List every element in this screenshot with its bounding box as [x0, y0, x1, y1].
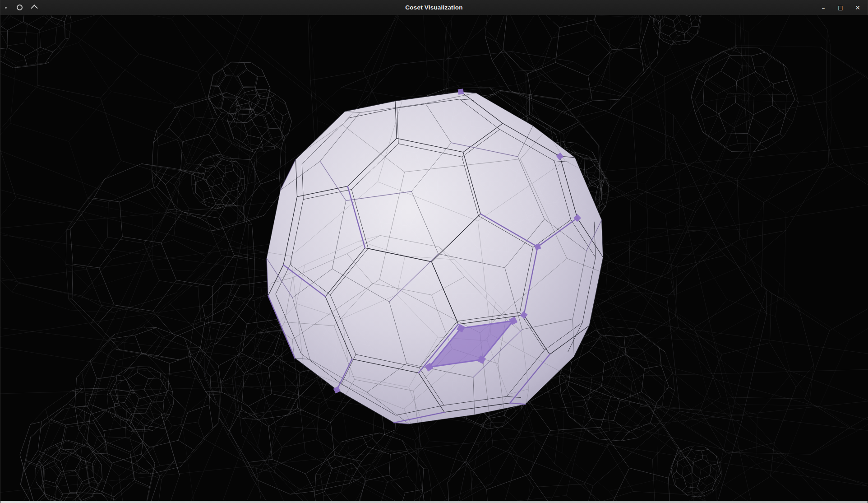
- maximize-icon[interactable]: □: [836, 5, 845, 10]
- minimize-icon[interactable]: –: [819, 5, 828, 11]
- chevron-up-icon[interactable]: [31, 5, 38, 12]
- visualization-canvas[interactable]: [0, 15, 868, 501]
- sphere-silhouette: [267, 92, 603, 424]
- titlebar[interactable]: Coset Visualization – □ ✕: [0, 0, 868, 15]
- app-window: Coset Visualization – □ ✕: [0, 0, 868, 503]
- canvas-area: [0, 15, 868, 501]
- record-circle-icon[interactable]: [17, 5, 23, 10]
- titlebar-left-icons: [5, 0, 37, 15]
- close-icon[interactable]: ✕: [853, 5, 862, 11]
- app-dot-icon: [5, 7, 7, 9]
- window-title: Coset Visualization: [0, 0, 868, 15]
- window-controls: – □ ✕: [819, 0, 862, 15]
- window-resize-edge[interactable]: [0, 501, 868, 503]
